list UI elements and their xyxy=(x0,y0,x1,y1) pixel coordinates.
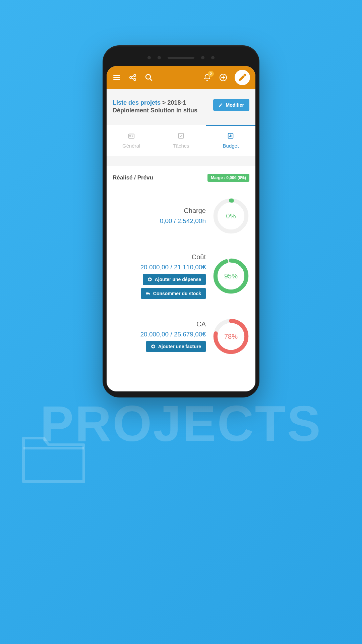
margin-badge: Marge : 0,00€ (0%) xyxy=(207,174,249,182)
app-header: 2 xyxy=(107,66,255,89)
content-area: Réalisé / Prévu Marge : 0,00€ (0%) Charg… xyxy=(107,156,255,391)
metric-label: Charge xyxy=(184,207,206,215)
metric-value: 20.000,00 / 25.679,00€ xyxy=(140,331,206,338)
settings-avatar[interactable] xyxy=(235,70,250,85)
gauge-percent: 0% xyxy=(226,212,236,220)
tab-label: Général xyxy=(122,143,140,149)
metric-charge: Charge 0,00 / 2.542,00h 0% xyxy=(107,188,255,244)
section-title: Réalisé / Prévu xyxy=(113,174,207,181)
chart-icon xyxy=(227,132,234,140)
share-nodes-icon[interactable] xyxy=(128,73,137,82)
breadcrumb: Liste des projets > 2018-1 Déploiement S… xyxy=(113,99,209,115)
id-card-icon xyxy=(128,132,135,140)
metric-label: CA xyxy=(196,320,206,328)
tabs: Général Tâches Budget xyxy=(107,125,255,156)
button-label: Ajouter une facture xyxy=(158,344,201,349)
svg-point-13 xyxy=(146,294,147,295)
phone-screen: 2 Liste des projets > 2018-1 Déploiement… xyxy=(107,66,255,391)
gauge-charge: 0% xyxy=(213,198,249,234)
phone-frame: 2 Liste des projets > 2018-1 Déploiement… xyxy=(103,45,259,397)
notification-badge: 2 xyxy=(208,71,214,77)
tab-general[interactable]: Général xyxy=(107,125,156,156)
consume-stock-button[interactable]: Consommer du stock xyxy=(141,288,206,299)
folder-icon xyxy=(20,431,87,486)
add-icon[interactable] xyxy=(219,73,228,82)
metric-ca: CA 20.000,00 / 25.679,00€ Ajouter une fa… xyxy=(107,309,255,364)
tab-budget[interactable]: Budget xyxy=(206,125,255,156)
gauge-percent: 78% xyxy=(224,332,238,340)
metric-value: 20.000,00 / 21.110,00€ xyxy=(140,264,206,271)
add-expense-button[interactable]: Ajouter une dépense xyxy=(143,274,206,285)
search-icon[interactable] xyxy=(144,73,154,82)
plus-circle-icon xyxy=(151,344,156,349)
tab-label: Budget xyxy=(223,143,239,149)
svg-point-2 xyxy=(134,74,136,76)
svg-rect-8 xyxy=(179,133,184,138)
notification-icon[interactable]: 2 xyxy=(202,73,212,82)
metric-value: 0,00 / 2.542,00h xyxy=(160,217,206,225)
add-invoice-button[interactable]: Ajouter une facture xyxy=(146,341,206,352)
checkbox-icon xyxy=(177,132,185,140)
svg-point-14 xyxy=(149,294,149,295)
gauge-percent: 95% xyxy=(224,272,238,280)
svg-point-1 xyxy=(130,76,132,78)
phone-notch xyxy=(107,49,255,66)
svg-point-3 xyxy=(134,78,136,80)
breadcrumb-separator: > xyxy=(161,99,168,106)
gauge-cout: 95% xyxy=(213,258,249,294)
section-header: Réalisé / Prévu Marge : 0,00€ (0%) xyxy=(107,166,255,188)
truck-icon xyxy=(146,291,150,296)
modify-button-label: Modifier xyxy=(226,102,244,108)
modify-button[interactable]: Modifier xyxy=(213,99,249,111)
breadcrumb-link[interactable]: Liste des projets xyxy=(113,99,161,106)
tab-label: Tâches xyxy=(173,143,189,149)
metric-cout: Coût 20.000,00 / 21.110,00€ Ajouter une … xyxy=(107,244,255,309)
tab-tasks[interactable]: Tâches xyxy=(156,125,206,156)
menu-icon[interactable] xyxy=(112,73,121,82)
button-label: Consommer du stock xyxy=(153,291,201,296)
gauge-ca: 78% xyxy=(213,318,249,355)
metric-label: Coût xyxy=(192,253,206,261)
breadcrumb-area: Liste des projets > 2018-1 Déploiement S… xyxy=(107,89,255,125)
plus-circle-icon xyxy=(147,277,152,282)
button-label: Ajouter une dépense xyxy=(155,277,201,282)
pencil-icon xyxy=(219,103,223,107)
svg-point-7 xyxy=(129,135,131,137)
